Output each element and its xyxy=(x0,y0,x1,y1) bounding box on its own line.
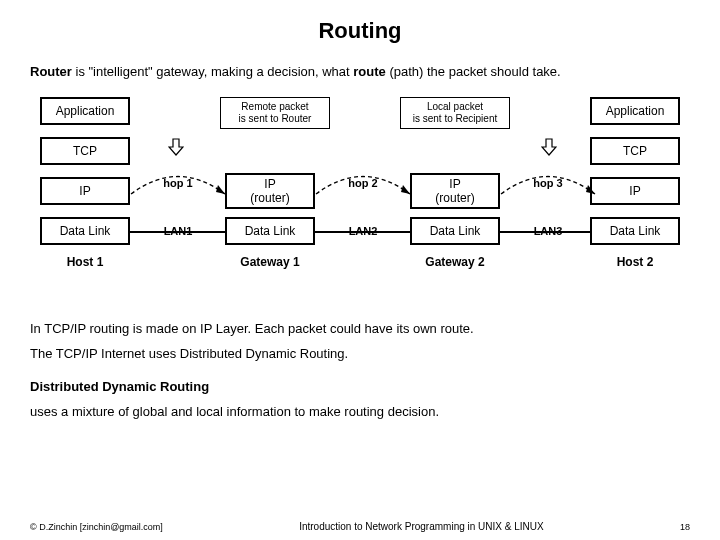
arrow-down-icon xyxy=(168,138,184,156)
intro-mid: is "intelligent" gateway, making a decis… xyxy=(72,64,353,79)
svg-marker-2 xyxy=(216,185,225,194)
footer-page-number: 18 xyxy=(680,522,690,532)
gateway2-datalink: Data Link xyxy=(410,217,500,245)
svg-marker-1 xyxy=(542,139,556,155)
intro-suffix: (path) the packet should take. xyxy=(386,64,561,79)
lan3-line xyxy=(500,227,590,237)
host1-label: Host 1 xyxy=(40,255,130,269)
slide-footer: © D.Zinchin [zinchin@gmail.com] Introduc… xyxy=(30,521,690,532)
host2-datalink: Data Link xyxy=(590,217,680,245)
host2-tcp: TCP xyxy=(590,137,680,165)
svg-marker-3 xyxy=(401,185,410,194)
gateway1-ip: IP (router) xyxy=(225,173,315,209)
lan2-line xyxy=(315,227,410,237)
intro-text: Router is "intelligent" gateway, making … xyxy=(30,64,690,79)
subheading: Distributed Dynamic Routing xyxy=(30,379,690,394)
hop3-arc xyxy=(498,167,598,197)
host2-application: Application xyxy=(590,97,680,125)
host1-tcp: TCP xyxy=(40,137,130,165)
para-3: uses a mixture of global and local infor… xyxy=(30,404,690,419)
page-title: Routing xyxy=(30,18,690,44)
gateway1-datalink: Data Link xyxy=(225,217,315,245)
svg-marker-0 xyxy=(169,139,183,155)
para-2: The TCP/IP Internet uses Distributed Dyn… xyxy=(30,346,690,361)
para-1: In TCP/IP routing is made on IP Layer. E… xyxy=(30,321,690,336)
gateway1-label: Gateway 1 xyxy=(225,255,315,269)
footer-title: Introduction to Network Programming in U… xyxy=(163,521,680,532)
intro-bold-route: route xyxy=(353,64,386,79)
host1-datalink: Data Link xyxy=(40,217,130,245)
hop1-arc xyxy=(128,167,228,197)
host2-ip: IP xyxy=(590,177,680,205)
routing-diagram: Remote packet is sent to Router Local pa… xyxy=(30,97,690,307)
gateway2-ip: IP (router) xyxy=(410,173,500,209)
lan1-line xyxy=(130,227,225,237)
svg-marker-4 xyxy=(586,185,595,194)
arrow-down-icon xyxy=(541,138,557,156)
host1-ip: IP xyxy=(40,177,130,205)
remote-packet-box: Remote packet is sent to Router xyxy=(220,97,330,129)
hop2-arc xyxy=(313,167,413,197)
local-packet-box: Local packet is sent to Recipient xyxy=(400,97,510,129)
footer-author: © D.Zinchin [zinchin@gmail.com] xyxy=(30,522,163,532)
body-text: In TCP/IP routing is made on IP Layer. E… xyxy=(30,321,690,419)
gateway2-label: Gateway 2 xyxy=(410,255,500,269)
host1-application: Application xyxy=(40,97,130,125)
host2-label: Host 2 xyxy=(590,255,680,269)
intro-bold-router: Router xyxy=(30,64,72,79)
